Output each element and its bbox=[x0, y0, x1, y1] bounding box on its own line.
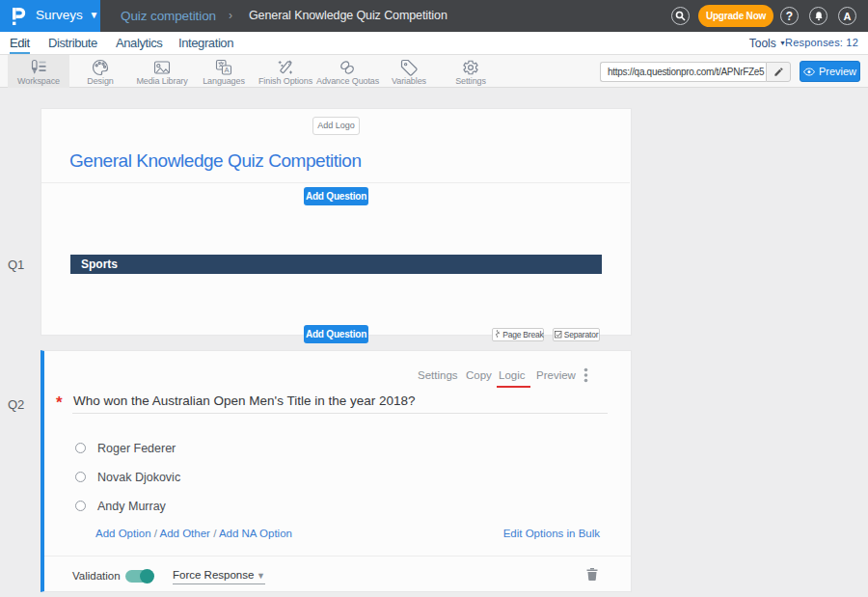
svg-text:A: A bbox=[224, 66, 229, 74]
